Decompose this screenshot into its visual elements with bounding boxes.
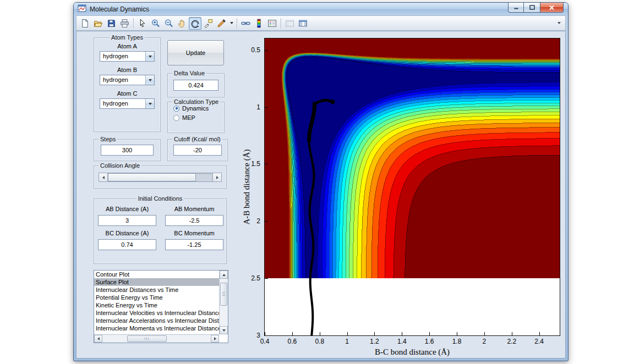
x-tick-label: 1.2	[363, 338, 385, 345]
brush-dropdown-arrow[interactable]	[228, 17, 234, 30]
edit-plot-icon[interactable]	[136, 17, 149, 30]
brush-data-icon[interactable]	[215, 17, 228, 30]
x-tick-label: 1.6	[418, 338, 440, 345]
insert-colorbar-icon[interactable]	[253, 17, 265, 30]
main-content: Atom Types Atom A hydrogen Atom B hydrog…	[76, 31, 566, 359]
x-tick-label: 1.8	[446, 338, 468, 345]
hide-plot-tools-icon[interactable]	[283, 17, 296, 30]
y-tick-label: 1.5	[235, 160, 260, 168]
x-tick-label: 1.4	[391, 338, 413, 345]
data-cursor-icon[interactable]	[202, 17, 215, 30]
x-tick-label: 0.6	[281, 338, 303, 345]
window-title: Molecular Dynamics	[90, 5, 149, 13]
y-tick-label: 1	[235, 103, 260, 111]
zoom-in-icon[interactable]	[149, 17, 162, 30]
y-tick-label: 2.5	[235, 274, 260, 282]
print-figure-icon[interactable]	[118, 17, 131, 30]
x-tick-label: 2.4	[528, 338, 550, 345]
save-figure-icon[interactable]	[105, 17, 118, 30]
link-plot-icon[interactable]	[239, 17, 252, 30]
rotate-3d-icon[interactable]	[189, 17, 201, 30]
title-bar[interactable]: Molecular Dynamics	[74, 3, 568, 15]
app-window: Molecular Dynamics Atom Types Atom A hyd…	[73, 2, 569, 361]
close-button[interactable]	[540, 3, 564, 13]
new-figure-icon[interactable]	[79, 17, 91, 30]
x-tick-label: 0.8	[309, 338, 331, 345]
toolbar-separator	[281, 18, 281, 29]
minimize-button[interactable]	[508, 3, 524, 13]
insert-legend-icon[interactable]	[266, 17, 278, 30]
show-plot-tools-icon[interactable]	[297, 17, 309, 30]
figure-toolbar	[76, 15, 566, 31]
y-tick-label: 3	[235, 332, 260, 339]
app-icon	[78, 4, 86, 15]
x-tick-label: 2	[473, 338, 495, 345]
axes-box	[264, 38, 560, 336]
toolbar-separator	[133, 18, 134, 29]
pan-icon[interactable]	[176, 17, 188, 30]
plot-area: B-C bond distance (Å) A-B bond distance …	[76, 31, 565, 358]
x-tick-label: 2.2	[501, 338, 523, 345]
y-tick-label: 2	[235, 217, 260, 225]
maximize-button[interactable]	[524, 3, 540, 13]
contour-plot-canvas[interactable]	[265, 38, 560, 335]
toolbar-overflow-icon[interactable]	[555, 17, 563, 30]
x-tick-label: 1	[336, 338, 358, 345]
y-tick-label: 0.5	[235, 46, 260, 54]
zoom-out-icon[interactable]	[162, 17, 175, 30]
toolbar-separator	[237, 18, 237, 29]
x-axis-label: B-C bond distance (Å)	[375, 348, 450, 357]
open-file-icon[interactable]	[92, 17, 105, 30]
window-controls	[508, 3, 564, 13]
